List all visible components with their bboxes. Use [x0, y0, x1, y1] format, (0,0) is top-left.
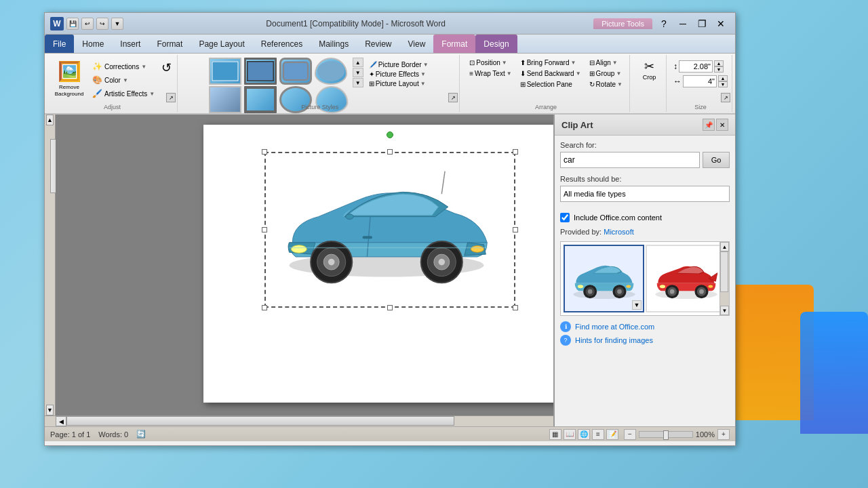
zoom-thumb[interactable]: [663, 430, 669, 440]
menu-format[interactable]: Format: [149, 35, 191, 53]
handle-bm[interactable]: [387, 305, 393, 310]
style-thumb-1[interactable]: [209, 58, 241, 85]
results-dropdown[interactable]: All media file types: [560, 186, 730, 202]
hints-link[interactable]: ? Hints for finding images: [560, 335, 730, 346]
style-thumb-6[interactable]: [244, 86, 277, 113]
menu-review[interactable]: Review: [357, 35, 399, 53]
search-input[interactable]: [560, 152, 700, 168]
menu-references[interactable]: References: [253, 35, 311, 53]
style-thumb-3[interactable]: [279, 58, 312, 85]
style-thumb-2[interactable]: [244, 58, 277, 85]
clipart-item-blue-car[interactable]: ▼: [564, 245, 644, 312]
handle-tr[interactable]: [513, 149, 518, 155]
zoom-slider[interactable]: [639, 431, 693, 438]
size-dialog-btn[interactable]: ↗: [721, 93, 730, 102]
clipart-vscroll: ▲ ▼: [719, 242, 729, 315]
close-btn[interactable]: ✕: [712, 17, 730, 30]
width-input[interactable]: [683, 75, 717, 87]
artistic-effects-btn[interactable]: 🖌️ Artistic Effects ▼: [90, 87, 157, 100]
restore-btn[interactable]: ❐: [693, 17, 711, 30]
width-up[interactable]: ▲: [718, 75, 728, 81]
selected-image-container[interactable]: [264, 152, 515, 308]
style-thumb-5[interactable]: [209, 86, 241, 113]
menu-insert[interactable]: Insert: [112, 35, 149, 53]
selection-pane-btn[interactable]: ⊞ Selection Pane: [517, 79, 575, 89]
corrections-btn[interactable]: ✨ Corrections ▼: [90, 60, 157, 73]
find-more-link[interactable]: ℹ Find more at Office.com: [560, 321, 730, 332]
menu-mailings[interactable]: Mailings: [311, 35, 357, 53]
menu-home[interactable]: Home: [74, 35, 112, 53]
redo-icon[interactable]: ↪: [96, 18, 108, 30]
artistic-icon: 🖌️: [92, 89, 102, 98]
color-btn[interactable]: 🎨 Color ▼: [90, 74, 157, 86]
include-checkbox[interactable]: [560, 213, 570, 222]
scroll-up-arrow[interactable]: ▲: [46, 115, 54, 125]
position-btn[interactable]: ⊡ Position ▼: [467, 58, 514, 68]
minimize-btn[interactable]: ─: [674, 17, 692, 30]
customize-icon[interactable]: ▼: [111, 18, 123, 30]
go-button[interactable]: Go: [703, 152, 730, 168]
height-up[interactable]: ▲: [714, 60, 724, 66]
rotate-handle[interactable]: [387, 131, 393, 138]
handle-ml[interactable]: [262, 227, 267, 232]
height-down[interactable]: ▼: [714, 66, 724, 73]
undo-icon[interactable]: ↩: [81, 18, 94, 30]
crop-btn[interactable]: ✂ Crop: [642, 58, 658, 82]
handle-tm[interactable]: [387, 149, 393, 155]
menu-picture-design[interactable]: Design: [475, 35, 517, 53]
handle-bl[interactable]: [262, 305, 267, 310]
styles-scroll-down[interactable]: ▼: [353, 68, 363, 77]
panel-close-btn[interactable]: ✕: [716, 119, 728, 131]
handle-mr[interactable]: [513, 227, 518, 232]
save-icon[interactable]: 💾: [66, 18, 79, 30]
zoom-out-btn[interactable]: −: [624, 429, 636, 440]
clipart-scroll-thumb[interactable]: [720, 251, 728, 292]
clipart-scroll-down[interactable]: ▼: [720, 306, 729, 315]
align-btn[interactable]: ⊟ Align ▼: [587, 58, 620, 68]
document-page[interactable]: [203, 125, 576, 403]
panel-pin-btn[interactable]: 📌: [703, 119, 715, 131]
group-btn[interactable]: ⊞ Group ▼: [587, 68, 625, 79]
clipart-blue-car-arrow[interactable]: ▼: [632, 300, 642, 310]
rotate-btn[interactable]: ↻ Rotate ▼: [587, 79, 625, 89]
picture-border-btn[interactable]: 🖊️ Picture Border ▼: [366, 60, 431, 69]
menu-page-layout[interactable]: Page Layout: [191, 35, 252, 53]
title-bar-center: Document1 [Compatibility Mode] - Microso…: [123, 18, 655, 29]
border-icon: 🖊️: [369, 61, 377, 68]
styles-scroll-up[interactable]: ▲: [353, 58, 363, 67]
h-scroll-left[interactable]: ◀: [56, 416, 66, 426]
outline-btn[interactable]: ≡: [592, 429, 604, 440]
menu-view[interactable]: View: [400, 35, 434, 53]
styles-dialog-btn[interactable]: ↗: [448, 93, 458, 102]
width-down[interactable]: ▼: [718, 81, 728, 87]
menu-picture-format[interactable]: Format: [433, 35, 475, 53]
reset-btn[interactable]: ↺: [160, 58, 173, 78]
scroll-down-arrow[interactable]: ▼: [46, 405, 54, 415]
picture-layout-btn[interactable]: ⊞ Picture Layout ▼: [366, 79, 431, 88]
menu-file[interactable]: File: [45, 35, 74, 53]
car-image[interactable]: [264, 152, 509, 301]
send-backward-btn[interactable]: ⬇ Send Backward ▼: [517, 68, 584, 79]
height-input[interactable]: [679, 60, 713, 73]
handle-br[interactable]: [513, 305, 518, 310]
remove-background-btn[interactable]: 🖼️ Remove Background: [52, 58, 87, 100]
picture-effects-btn[interactable]: ✦ Picture Effects ▼: [366, 70, 431, 79]
style-thumb-4[interactable]: [315, 58, 347, 85]
bring-forward-btn[interactable]: ⬆ Bring Forward ▼: [517, 58, 579, 68]
help-btn[interactable]: ?: [655, 17, 673, 30]
web-layout-btn[interactable]: 🌐: [578, 429, 590, 440]
full-reading-btn[interactable]: 📖: [564, 429, 576, 440]
print-layout-btn[interactable]: ▦: [549, 429, 561, 440]
wrap-text-btn[interactable]: ≡ Wrap Text ▼: [467, 68, 514, 79]
styles-expand[interactable]: ▼: [353, 78, 363, 87]
clipart-item-red-car[interactable]: [646, 245, 726, 312]
provider-link[interactable]: Microsoft: [604, 228, 634, 236]
zoom-in-btn[interactable]: +: [717, 429, 730, 440]
handle-tl[interactable]: [262, 149, 267, 155]
draft-btn[interactable]: 📝: [606, 429, 618, 440]
clipart-scroll-up[interactable]: ▲: [720, 242, 729, 251]
word-count: Words: 0: [98, 430, 128, 439]
adjust-dialog-btn[interactable]: ↗: [166, 93, 176, 102]
panel-title: Clip Art: [561, 120, 593, 130]
h-scroll-thumb[interactable]: [66, 416, 454, 426]
